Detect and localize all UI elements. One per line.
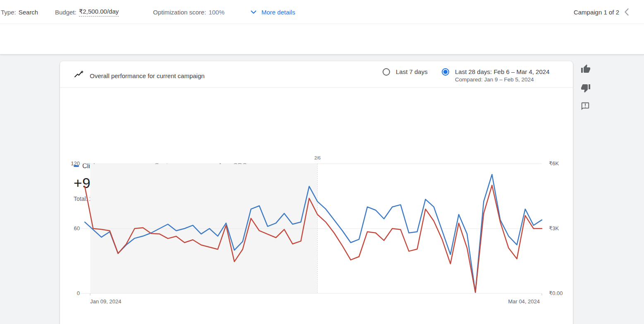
budget-value[interactable]: ₹2,500.00/day	[79, 8, 119, 17]
radio-last-28-days-label[interactable]: Last 28 days: Feb 6 – Mar 4, 2024	[455, 68, 549, 75]
feedback-icon[interactable]	[581, 102, 591, 112]
optimization-value: 100%	[208, 9, 224, 16]
svg-text:Mar 04, 2024: Mar 04, 2024	[508, 298, 540, 305]
thumb-down-icon[interactable]	[581, 83, 591, 94]
more-details-button[interactable]: More details	[251, 0, 295, 24]
budget-label: Budget:	[55, 9, 77, 16]
insights-sparkline-icon	[74, 70, 84, 81]
campaign-budget[interactable]: Budget: ₹2,500.00/day	[55, 0, 119, 24]
chevron-left-icon[interactable]	[622, 7, 632, 17]
svg-text:₹3K: ₹3K	[549, 225, 559, 231]
chevron-down-icon	[251, 10, 256, 14]
radio-last-28-days[interactable]: Last 28 days: Feb 6 – Mar 4, 2024 Compar…	[442, 68, 549, 83]
campaign-status-bar: Type: Search Budget: ₹2,500.00/day Optim…	[0, 0, 644, 24]
radio-last-7-days[interactable]: Last 7 days	[383, 68, 428, 76]
thumb-up-icon[interactable]	[581, 64, 591, 75]
card-title: Overall performance for current campaign	[90, 72, 205, 79]
svg-text:0: 0	[77, 290, 80, 296]
svg-text:Jan 09, 2024: Jan 09, 2024	[90, 298, 121, 305]
svg-text:120: 120	[71, 160, 80, 167]
performance-chart[interactable]: 120600₹6K₹3K₹0.002/6Jan 09, 2024Mar 04, …	[60, 153, 573, 324]
svg-text:60: 60	[74, 225, 80, 231]
campaign-type: Type: Search	[1, 0, 38, 24]
more-details-label[interactable]: More details	[261, 9, 295, 16]
insights-header-bar	[0, 24, 644, 55]
type-value: Search	[19, 9, 38, 16]
radio-circle-unselected[interactable]	[383, 68, 390, 76]
overall-performance-card: Overall performance for current campaign…	[60, 61, 573, 324]
card-header: Overall performance for current campaign…	[60, 61, 573, 88]
campaign-pager: Campaign 1 of 2	[574, 0, 619, 24]
radio-last-7-days-label[interactable]: Last 7 days	[396, 68, 428, 75]
radio-circle-selected[interactable]	[442, 68, 449, 76]
svg-text:₹6K: ₹6K	[549, 160, 559, 167]
optimization-score: Optimization score: 100%	[153, 0, 225, 24]
svg-text:2/6: 2/6	[314, 155, 321, 160]
type-label: Type:	[1, 9, 16, 16]
svg-text:₹0.00: ₹0.00	[549, 290, 563, 296]
optimization-label: Optimization score:	[153, 9, 206, 16]
radio-last-28-days-sub: Compared: Jan 9 – Feb 5, 2024	[455, 76, 549, 83]
